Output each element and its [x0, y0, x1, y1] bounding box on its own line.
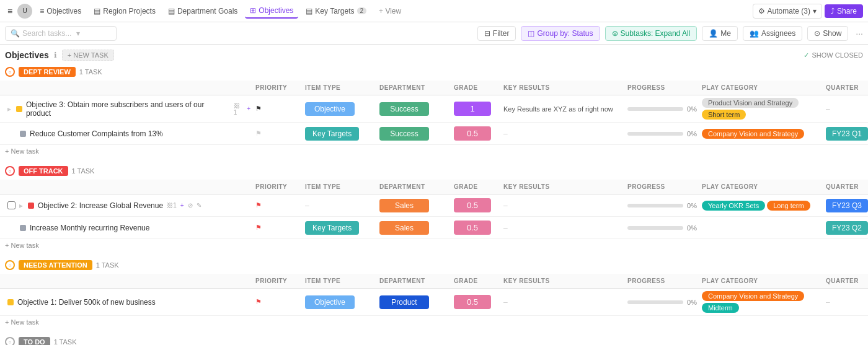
show-closed-btn[interactable]: ✓ SHOW CLOSED	[804, 51, 863, 59]
item-type-cell-obj1: Objective	[303, 294, 377, 310]
toolbar-more-icon[interactable]: ···	[856, 28, 863, 38]
section-circle-to-do[interactable]: ○	[5, 337, 15, 345]
task-name-text-obj2[interactable]: Objective 2: Increase Global Revenue	[38, 201, 163, 210]
task-name-text-obj1[interactable]: Objective 1: Deliver 500k of new busines…	[17, 298, 156, 307]
expand-icon-obj3[interactable]: ▸	[7, 105, 12, 113]
grade-cell-obj1: 0.5	[451, 294, 501, 310]
more-icon-obj2[interactable]: ⊘	[188, 202, 193, 209]
group-by-btn[interactable]: ◫ Group by: Status	[521, 26, 600, 41]
col-play-category-ot: PLAY CATEGORY	[699, 182, 823, 191]
search-chevron-icon: ▾	[76, 29, 80, 38]
section-circle-needs-attention[interactable]: ○	[5, 260, 15, 270]
department-pill-obj2: Sales	[379, 199, 429, 212]
dept-review-task-count: 1 TASK	[79, 68, 102, 76]
assignees-btn[interactable]: 👥 Assignees	[743, 26, 802, 41]
key-results-cell-obj2: –	[501, 200, 625, 211]
expand-icon-obj2[interactable]: ▸	[19, 201, 24, 210]
col-headers-dept-review: PRIORITY ITEM TYPE DEPARTMENT GRADE KEY …	[0, 81, 868, 95]
show-label: Show	[823, 29, 841, 38]
col-key-results: KEY RESULTS	[501, 83, 625, 92]
new-task-link-off-track[interactable]: + New task	[0, 239, 868, 251]
progress-pct-reduce: 0%	[687, 130, 697, 138]
new-task-link-dept-review[interactable]: + New task	[0, 145, 868, 157]
task-name-text-increv[interactable]: Increase Monthly recurring Revenue	[30, 224, 149, 232]
item-type-cell-reduce: Key Targets	[303, 126, 377, 142]
nav-tab-objectives[interactable]: ⊞ Objectives	[245, 4, 298, 19]
search-box[interactable]: 🔍 Search tasks... ▾	[5, 26, 117, 41]
play-cat-tag-2-obj2: Long term	[767, 201, 810, 211]
nav-tab-region-projects[interactable]: ▤ Region Projects	[89, 4, 161, 18]
quarter-cell-increv: FY23 Q2	[823, 220, 868, 236]
share-label: Share	[837, 7, 857, 15]
col-task-name	[5, 83, 253, 92]
col-priority-na: PRIORITY	[253, 276, 303, 286]
quarter-cell-obj1: –	[823, 297, 868, 308]
show-btn[interactable]: ⊙ Show	[807, 26, 848, 41]
play-cat-tag-2-obj1: Midterm	[702, 303, 739, 313]
quarter-pill-reduce: FY23 Q1	[826, 127, 868, 141]
item-type-cell-increv: Key Targets	[303, 220, 377, 236]
me-label: Me	[720, 29, 731, 38]
automate-btn[interactable]: ⚙ Automate (3) ▾	[753, 4, 822, 19]
table-row: Increase Monthly recurring Revenue ⚑ Key…	[0, 217, 868, 239]
col-task-name-ot	[5, 182, 253, 191]
progress-cell-obj2: 0%	[625, 201, 699, 211]
nav-tab-key-targets[interactable]: ▤ Key Targets 2	[301, 4, 371, 18]
table-row: ▸ Objective 3: Obtain more subscribers a…	[0, 95, 868, 123]
edit-icon-obj2[interactable]: ✎	[197, 202, 202, 209]
filter-btn[interactable]: ⊟ Filter	[477, 26, 516, 41]
col-task-name-na	[5, 276, 253, 286]
me-btn[interactable]: 👤 Me	[702, 26, 738, 41]
progress-pct-obj1: 0%	[687, 299, 697, 306]
share-btn[interactable]: ⤴ Share	[825, 4, 863, 18]
task-name-obj2: ▸ Objective 2: Increase Global Revenue ⛓…	[5, 200, 253, 211]
col-headers-needs-attention: PRIORITY ITEM TYPE DEPARTMENT GRADE KEY …	[0, 274, 868, 289]
col-key-results-na: KEY RESULTS	[501, 276, 625, 286]
info-icon[interactable]: ℹ	[54, 51, 57, 59]
menu-icon[interactable]: ≡	[5, 4, 15, 19]
priority-flag-increv: ⚑	[255, 224, 262, 232]
section-circle-dept-review[interactable]: ○	[5, 67, 15, 77]
automate-chevron-icon: ▾	[813, 7, 817, 15]
col-department-ot: DEPARTMENT	[377, 182, 451, 191]
col-grade-ot: GRADE	[451, 182, 501, 191]
checkbox-obj2[interactable]	[7, 201, 16, 209]
section-header-dept-review: ○ DEPT REVIEW 1 TASK	[0, 63, 868, 81]
play-cat-tag-2-obj3: Short term	[702, 110, 746, 120]
section-needs-attention: ○ NEEDS ATTENTION 1 TASK PRIORITY ITEM T…	[0, 256, 868, 328]
item-type-cell-obj3: Objective	[303, 101, 377, 117]
quarter-pill-obj2: FY23 Q3	[826, 199, 868, 212]
subtasks-btn[interactable]: ⊜ Subtasks: Expand All	[605, 26, 698, 41]
add-subtask-icon-obj2[interactable]: +	[180, 202, 184, 209]
col-item-type: ITEM TYPE	[303, 83, 377, 92]
grade-cell-increv: 0.5	[451, 219, 501, 236]
nav-tab-objectives-main[interactable]: ≡ Objectives	[35, 4, 86, 18]
new-task-header-btn[interactable]: + NEW TASK	[62, 50, 114, 61]
task-name-text-reduce[interactable]: Reduce Customer Complaints from 13%	[30, 129, 163, 138]
nav-tab-department-goals-label: Department Goals	[177, 7, 237, 15]
key-targets-badge: 2	[357, 7, 367, 14]
status-square-obj2	[28, 203, 34, 209]
add-view-btn[interactable]: + View	[374, 4, 406, 18]
priority-cell-obj1: ⚑	[253, 297, 303, 307]
add-subtask-icon-obj3[interactable]: +	[247, 105, 250, 112]
play-category-cell-obj3: Product Vision and Strategy Short term	[699, 97, 823, 121]
main-table: ○ DEPT REVIEW 1 TASK PRIORITY ITEM TYPE …	[0, 63, 868, 345]
col-key-results-ot: KEY RESULTS	[501, 182, 625, 191]
table-row: Objective 1: Deliver 500k of new busines…	[0, 289, 868, 316]
progress-pct-obj2: 0%	[687, 202, 697, 209]
section-circle-off-track[interactable]: ○	[5, 166, 15, 176]
play-cat-tag-1-obj3: Product Vision and Strategy	[702, 98, 799, 108]
nav-tab-objectives-label: Objectives	[259, 6, 293, 15]
play-category-cell-obj2: Yearly OKR Sets Long term	[699, 199, 823, 212]
avatar[interactable]: U	[17, 4, 32, 19]
show-icon: ⊙	[814, 29, 820, 38]
add-view-label: + View	[379, 7, 401, 15]
to-do-badge: TO DO	[19, 337, 50, 345]
task-name-text-obj3[interactable]: Objective 3: Obtain more subscribers and…	[26, 100, 230, 118]
off-track-badge: OFF TRACK	[19, 166, 68, 176]
nav-tab-region-projects-icon: ▤	[94, 7, 100, 15]
item-type-pill-increv: Key Targets	[305, 221, 359, 235]
nav-tab-department-goals[interactable]: ▤ Department Goals	[163, 4, 242, 18]
new-task-link-needs-attention[interactable]: + New task	[0, 316, 868, 328]
